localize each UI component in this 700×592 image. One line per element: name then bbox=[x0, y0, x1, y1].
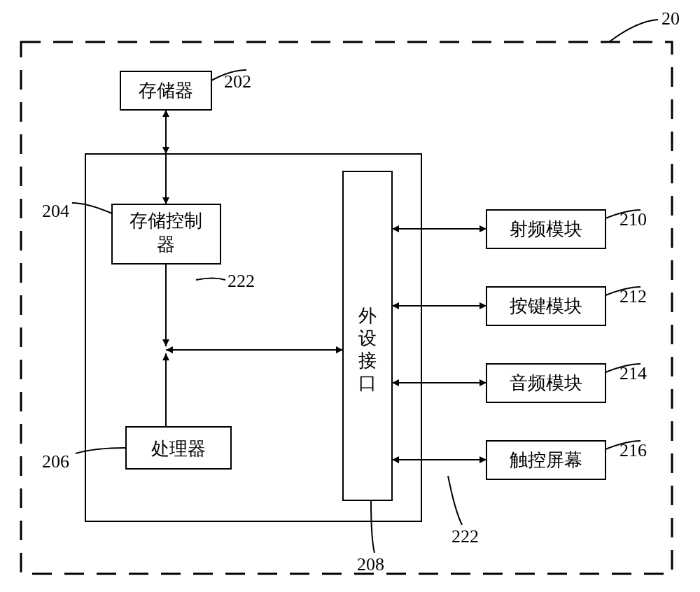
leader-bus-lower bbox=[448, 476, 462, 525]
leader-system bbox=[609, 20, 658, 42]
processor-block: 处理器 206 bbox=[42, 427, 231, 472]
rf-num: 210 bbox=[620, 209, 647, 230]
touch-label: 触控屏幕 bbox=[510, 450, 582, 470]
mem-ctrl-num: 204 bbox=[42, 201, 69, 221]
keys-label: 按键模块 bbox=[510, 296, 582, 316]
rf-block: 射频模块 210 bbox=[486, 209, 647, 248]
periph-if-label-2: 设 bbox=[358, 328, 377, 348]
periph-if-label-3: 接 bbox=[358, 351, 377, 371]
keys-num: 212 bbox=[620, 286, 647, 306]
audio-num: 214 bbox=[620, 363, 647, 383]
memory-num: 202 bbox=[224, 71, 251, 92]
touch-block: 触控屏幕 216 bbox=[486, 440, 647, 479]
memory-label: 存储器 bbox=[139, 80, 193, 101]
audio-block: 音频模块 214 bbox=[486, 363, 647, 402]
touch-num: 216 bbox=[620, 440, 647, 460]
periph-if-label-4: 口 bbox=[358, 373, 377, 393]
processor-num: 206 bbox=[42, 451, 69, 472]
rf-label: 射频模块 bbox=[510, 219, 582, 239]
audio-label: 音频模块 bbox=[510, 373, 582, 393]
periph-if-num: 208 bbox=[357, 554, 384, 575]
bus-label-lower: 222 bbox=[451, 526, 479, 547]
periph-if-label-1: 外 bbox=[358, 306, 377, 326]
processor-label: 处理器 bbox=[151, 439, 206, 459]
keys-block: 按键模块 212 bbox=[486, 286, 647, 325]
system-label: 20 bbox=[662, 8, 680, 29]
bus-label-upper: 222 bbox=[227, 271, 255, 291]
mem-ctrl-block: 存储控制 器 204 bbox=[42, 201, 220, 264]
memory-block: 存储器 202 bbox=[120, 70, 251, 110]
mem-ctrl-label-1: 存储控制 bbox=[130, 211, 202, 231]
mem-ctrl-label-2: 器 bbox=[157, 234, 175, 255]
